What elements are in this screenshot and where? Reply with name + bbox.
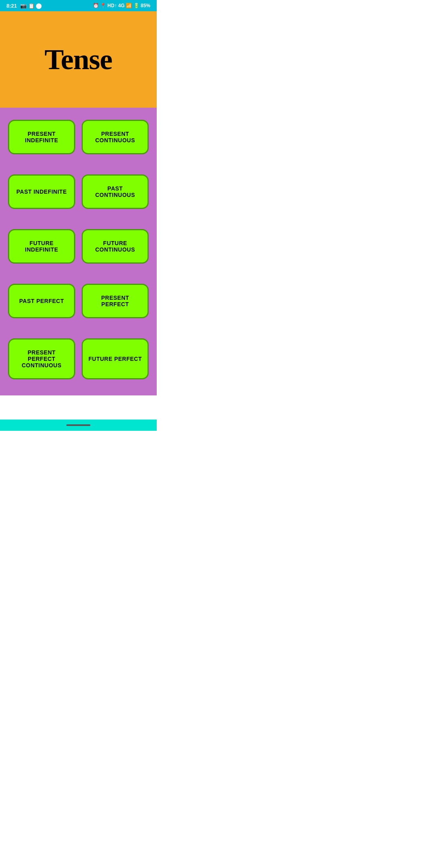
status-icons: 📷 📋 ⬤ xyxy=(20,3,42,9)
status-bar: 8:21 📷 📋 ⬤ ⏰ 📍 HD↑ 4G 📶 🔋 85% xyxy=(0,0,157,11)
bottom-nav-bar xyxy=(0,420,157,431)
status-right-icons: ⏰ 📍 HD↑ 4G 📶 🔋 85% xyxy=(93,3,150,8)
present-indefinite-button[interactable]: PRESENT INDEFINITE xyxy=(8,120,75,154)
past-continuous-button[interactable]: PAST CONTINUOUS xyxy=(82,174,149,209)
tense-buttons-grid: PRESENT INDEFINITE PRESENT CONTINUOUS PA… xyxy=(8,120,149,379)
present-perfect-continuous-button[interactable]: PRESENT PERFECT CONTINUOUS xyxy=(8,338,75,379)
future-continuous-button[interactable]: FUTURE CONTINUOUS xyxy=(82,229,149,264)
present-perfect-button[interactable]: PRESENT PERFECT xyxy=(82,284,149,318)
future-perfect-button[interactable]: FUTURE PERFECT xyxy=(82,338,149,379)
home-indicator xyxy=(66,424,90,426)
hero-section: Tense xyxy=(0,11,157,108)
past-indefinite-button[interactable]: PAST INDEFINITE xyxy=(8,174,75,209)
past-perfect-button[interactable]: PAST PERFECT xyxy=(8,284,75,318)
white-space xyxy=(0,395,157,420)
status-time: 8:21 📷 📋 ⬤ xyxy=(6,3,42,9)
present-continuous-button[interactable]: PRESENT CONTINUOUS xyxy=(82,120,149,154)
app-title: Tense xyxy=(45,43,112,76)
tense-buttons-section: PRESENT INDEFINITE PRESENT CONTINUOUS PA… xyxy=(0,108,157,395)
future-indefinite-button[interactable]: FUTURE INDEFINITE xyxy=(8,229,75,264)
